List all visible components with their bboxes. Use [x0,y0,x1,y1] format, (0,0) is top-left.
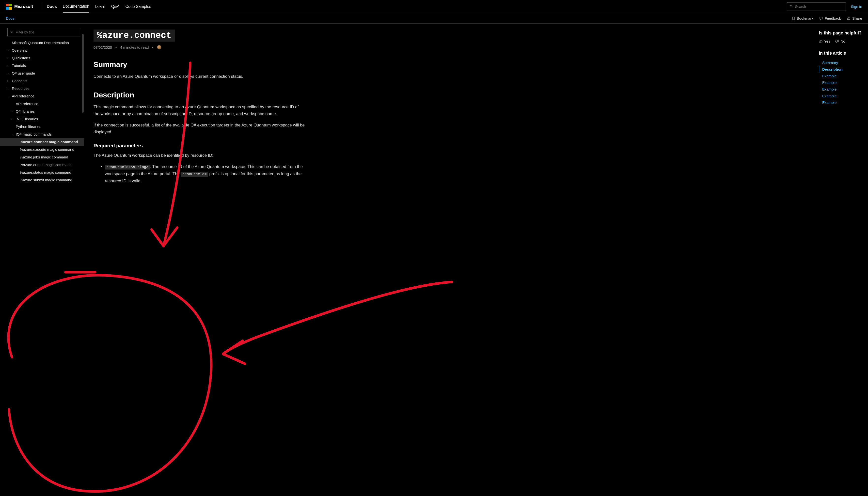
nav-list: Microsoft Quantum Documentation ›Overvie… [0,39,84,184]
chevron-right-icon: › [11,110,12,113]
toc-example-3[interactable]: Example [819,86,863,93]
sidebar-item-iqsharp-magic[interactable]: ⌄IQ# magic commands [0,130,84,138]
sidebar-item-label: Resources [12,87,30,91]
breadcrumb-docs[interactable]: Docs [6,16,14,20]
sidebar-item-azure-execute[interactable]: %azure.execute magic command [0,146,84,153]
chevron-right-icon: › [7,79,9,83]
microsoft-logo[interactable]: Microsoft [6,4,33,10]
nav-learn[interactable]: Learn [95,1,105,12]
bookmark-icon [791,16,795,20]
sidebar-item-python-libs[interactable]: Python libraries [0,123,84,130]
sidebar-item-label: Tutorials [12,63,26,68]
chevron-down-icon: ⌄ [7,94,10,98]
sidebar-item-azure-connect[interactable]: %azure.connect magic command [0,138,84,146]
sidebar-item-label: Overview [12,48,27,52]
page-title: %azure.connect [94,30,175,42]
scrollbar[interactable] [82,34,84,113]
bookmark-action[interactable]: Bookmark [791,16,813,20]
sidebar-item-label: API reference [16,102,38,106]
sidebar-item-quantum-docs[interactable]: Microsoft Quantum Documentation [0,39,84,46]
nav-documentation[interactable]: Documentation [63,1,89,13]
sidebar-item-label: Concepts [12,79,27,83]
share-icon [847,16,851,20]
chevron-right-icon: › [7,72,9,75]
toc-example-2[interactable]: Example [819,79,863,86]
sidebar-item-api-reference-child[interactable]: API reference [0,100,84,108]
sidebar-item-overview[interactable]: ›Overview [0,46,84,54]
search-box[interactable] [787,2,846,11]
required-params-list: resourceId=<string>: The resource ID of … [94,164,305,185]
feedback-label: Feedback [825,16,841,20]
layout: Microsoft Quantum Documentation ›Overvie… [0,24,868,495]
sub-actions: Bookmark Feedback Share [791,16,862,20]
sidebar-item-api-reference[interactable]: ⌄API reference [0,92,84,100]
sidebar-item-resources[interactable]: ›Resources [0,84,84,92]
sidebar-item-tutorials[interactable]: ›Tutorials [0,62,84,69]
search-input[interactable] [795,5,843,9]
sidebar-item-label: %azure.status magic command [20,170,71,174]
sidebar-item-label: API reference [12,94,34,98]
share-action[interactable]: Share [847,16,862,20]
chevron-down-icon: ⌄ [11,133,14,136]
required-params-heading: Required parameters [94,143,809,149]
sidebar-item-label: Quickstarts [12,56,30,60]
filter-input[interactable] [16,30,78,34]
signin-link[interactable]: Sign in [851,4,862,9]
header-nav: Docs Documentation Learn Q&A Code Sample… [47,1,151,13]
share-label: Share [852,16,862,20]
toc: Summary Description Example Example Exam… [819,59,863,106]
filter-box[interactable] [7,28,80,36]
nav-qa[interactable]: Q&A [111,1,120,12]
chevron-right-icon: › [7,87,9,90]
nav-docs[interactable]: Docs [47,1,57,13]
meta-separator [151,45,154,49]
breadcrumb: Docs [6,16,14,20]
code-resourceid-prefix: resourceId= [181,172,208,177]
chevron-right-icon: › [11,117,12,121]
right-rail: Is this page helpful? Yes No In this art… [819,24,868,495]
sidebar-item-quickstarts[interactable]: ›Quickstarts [0,54,84,62]
sidebar-item-qsharp-guide[interactable]: ›Q# user guide [0,69,84,77]
sidebar-item-azure-output[interactable]: %azure.output magic command [0,161,84,169]
sub-bar: Docs Bookmark Feedback Share [0,13,868,24]
helpful-yes[interactable]: Yes [819,39,830,43]
toc-summary[interactable]: Summary [819,59,863,66]
helpful-title: Is this page helpful? [819,31,863,36]
required-params-intro: The Azure Quantum workspace can be ident… [94,152,305,159]
main-content: %azure.connect 07/02/2020 4 minutes to r… [84,24,819,495]
toc-example-1[interactable]: Example [819,73,863,79]
microsoft-logo-text: Microsoft [14,4,33,9]
sidebar-item-concepts[interactable]: ›Concepts [0,77,84,84]
contributor-avatar[interactable] [157,45,161,49]
sidebar-item-azure-status[interactable]: %azure.status magic command [0,169,84,176]
article-meta: 07/02/2020 4 minutes to read [94,45,809,49]
sidebar-item-azure-jobs[interactable]: %azure.jobs magic command [0,153,84,161]
toc-example-4[interactable]: Example [819,93,863,99]
toc-description[interactable]: Description [819,66,863,73]
sidebar-item-label: %azure.execute magic command [20,148,74,152]
sidebar-item-label: %azure.submit magic command [20,178,72,182]
sidebar-item-label: .NET libraries [16,117,38,121]
sidebar-item-qsharp-libs[interactable]: ›Q# libraries [0,108,84,115]
code-resourceid: resourceId=<string> [105,165,150,170]
filter-icon [10,30,14,34]
helpful-no-label: No [840,39,845,43]
top-header: Microsoft Docs Documentation Learn Q&A C… [0,0,868,13]
toc-example-5[interactable]: Example [819,99,863,106]
sidebar-item-azure-submit[interactable]: %azure.submit magic command [0,176,84,184]
feedback-action[interactable]: Feedback [819,16,841,20]
sidebar-item-label: Microsoft Quantum Documentation [12,41,69,45]
nav-code-samples[interactable]: Code Samples [125,1,151,12]
sidebar-item-dotnet-libs[interactable]: ›.NET libraries [0,115,84,123]
helpful-buttons: Yes No [819,39,863,43]
param-resourceid: resourceId=<string>: The resource ID of … [105,164,305,185]
helpful-no[interactable]: No [835,39,845,43]
article-date: 07/02/2020 [94,45,112,49]
description-heading: Description [94,91,809,99]
chevron-right-icon: › [7,56,9,60]
thumbs-up-icon [819,40,823,43]
svg-point-0 [790,5,792,7]
microsoft-logo-icon [6,4,12,10]
meta-separator [114,45,118,49]
sidebar-item-label: %azure.output magic command [20,162,72,167]
